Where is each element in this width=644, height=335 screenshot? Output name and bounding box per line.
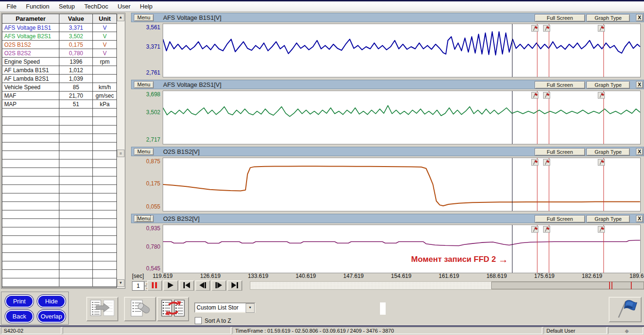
table-row[interactable]: MAP51kPa xyxy=(2,100,116,109)
graph-menu-button[interactable]: Menu xyxy=(134,81,154,88)
table-row-empty[interactable] xyxy=(2,261,116,270)
table-row-empty[interactable] xyxy=(2,159,116,168)
table-row[interactable]: O2S B2S20,780V xyxy=(2,49,116,58)
graph-type-button[interactable]: Graph Type xyxy=(586,148,630,156)
graph-plot[interactable] xyxy=(163,24,641,77)
graph-plot[interactable] xyxy=(163,158,641,211)
marker-flag-icon[interactable] xyxy=(598,226,605,233)
marker-flag-icon[interactable] xyxy=(531,159,538,166)
graph-type-button[interactable]: Graph Type xyxy=(586,215,630,223)
table-row[interactable]: O2S B1S20,175V xyxy=(2,41,116,49)
reorder-list-button[interactable] xyxy=(157,297,189,321)
table-row[interactable]: AF Lambda B2S11,039 xyxy=(2,75,116,83)
table-row-empty[interactable] xyxy=(2,134,116,142)
copy-list-button[interactable] xyxy=(86,297,118,321)
table-row-empty[interactable] xyxy=(2,176,116,185)
custom-list-select[interactable]: Custom List Stor ▼ xyxy=(194,302,256,313)
table-row[interactable]: Vehicle Speed85km/h xyxy=(2,83,116,92)
step-back-button[interactable] xyxy=(195,280,210,291)
cursor-line[interactable] xyxy=(512,158,512,211)
skip-end-button[interactable] xyxy=(227,280,242,291)
pause-button[interactable] xyxy=(147,280,162,291)
hide-button[interactable]: Hide xyxy=(37,295,66,308)
table-row-empty[interactable] xyxy=(2,210,116,219)
table-row-empty[interactable] xyxy=(2,168,116,176)
parameter-table-scrollbar[interactable]: ▲ ≡ ▼ xyxy=(117,14,124,288)
flag-button[interactable] xyxy=(609,297,642,322)
table-row[interactable]: Engine Speed1396rpm xyxy=(2,58,116,66)
table-row[interactable]: AF Lambda B1S11,012 xyxy=(2,66,116,75)
graph-type-button[interactable]: Graph Type xyxy=(586,81,630,89)
print-button[interactable]: Print xyxy=(5,295,33,308)
cursor-line[interactable] xyxy=(512,225,512,273)
table-row-empty[interactable] xyxy=(2,227,116,236)
table-row-empty[interactable] xyxy=(2,185,116,193)
close-graph-button[interactable]: X xyxy=(636,148,643,155)
scroll-up-button[interactable]: ▲ xyxy=(117,14,124,21)
skip-start-button[interactable] xyxy=(179,280,194,291)
table-row[interactable]: AFS Voltage B2S13,502V xyxy=(2,32,116,41)
chevron-down-icon[interactable]: ▼ xyxy=(246,303,255,313)
table-row-empty[interactable] xyxy=(2,278,116,287)
graph-menu-button[interactable]: Menu xyxy=(134,14,154,21)
menu-item-function[interactable]: Function xyxy=(21,2,54,11)
marker-flag-icon[interactable] xyxy=(531,92,538,99)
marker-flag-icon[interactable] xyxy=(598,159,605,166)
marker-flag-icon[interactable] xyxy=(543,159,550,166)
marker-flag-icon[interactable] xyxy=(531,226,538,233)
scroll-down-button[interactable]: ▼ xyxy=(117,279,124,287)
full-screen-button[interactable]: Full Screen xyxy=(535,14,585,22)
full-screen-button[interactable]: Full Screen xyxy=(535,215,585,223)
timeline-scrollbar[interactable] xyxy=(250,281,644,290)
graph-plot[interactable]: Момент записи FFD 2→ xyxy=(163,225,641,273)
marker-flag-icon[interactable] xyxy=(531,25,538,32)
menu-item-techdoc[interactable]: TechDoc xyxy=(80,2,113,11)
table-row[interactable]: MAF21,70gm/sec xyxy=(2,92,116,100)
marker-flag-icon[interactable] xyxy=(598,92,605,99)
table-row-empty[interactable] xyxy=(2,117,116,126)
graph-menu-button[interactable]: Menu xyxy=(134,148,154,155)
clear-list-button[interactable] xyxy=(124,297,156,321)
table-row-empty[interactable] xyxy=(2,126,116,134)
full-screen-button[interactable]: Full Screen xyxy=(535,81,585,89)
table-row-empty[interactable] xyxy=(2,236,116,244)
param-unit: V xyxy=(93,49,116,58)
menu-item-setup[interactable]: Setup xyxy=(54,2,80,11)
sort-a-to-z-checkbox[interactable] xyxy=(195,317,202,324)
menu-item-file[interactable]: File xyxy=(2,2,21,11)
marker-flag-icon[interactable] xyxy=(543,25,550,32)
table-row-empty[interactable] xyxy=(2,193,116,202)
graph-type-button[interactable]: Graph Type xyxy=(586,14,630,22)
frame-step-spinner[interactable]: 1 xyxy=(132,281,144,291)
scroll-thumb[interactable]: ≡ xyxy=(117,150,124,157)
cursor-line[interactable] xyxy=(512,24,512,77)
table-row-empty[interactable] xyxy=(2,253,116,261)
table-row-empty[interactable] xyxy=(2,244,116,253)
table-row-empty[interactable] xyxy=(2,219,116,227)
table-row-empty[interactable] xyxy=(2,151,116,159)
menu-item-help[interactable]: Help xyxy=(135,2,157,11)
overlap-button[interactable]: Overlap xyxy=(37,310,66,323)
marker-flag-icon[interactable] xyxy=(543,92,550,99)
close-graph-button[interactable]: X xyxy=(636,215,643,222)
cursor-line[interactable] xyxy=(512,91,512,144)
graph-menu-button[interactable]: Menu xyxy=(134,215,154,222)
step-forward-button[interactable] xyxy=(211,280,226,291)
marker-flag-icon[interactable] xyxy=(598,25,605,32)
close-graph-button[interactable]: X xyxy=(636,14,643,21)
graph-plot[interactable] xyxy=(163,91,641,144)
full-screen-button[interactable]: Full Screen xyxy=(535,148,585,156)
table-row-empty[interactable] xyxy=(2,202,116,210)
play-button[interactable] xyxy=(163,280,178,291)
param-unit xyxy=(93,66,116,75)
timeline-scroll-thumb[interactable] xyxy=(491,282,644,289)
table-row-empty[interactable] xyxy=(2,109,116,117)
close-graph-button[interactable]: X xyxy=(636,81,643,88)
table-row[interactable]: AFS Voltage B1S13,371V xyxy=(2,24,116,32)
table-row-empty[interactable] xyxy=(2,142,116,151)
marker-flag-icon[interactable] xyxy=(543,226,550,233)
table-row-empty[interactable] xyxy=(2,270,116,278)
menu-item-user[interactable]: User xyxy=(113,2,135,11)
param-value xyxy=(59,202,93,210)
back-button[interactable]: Back xyxy=(5,310,33,323)
